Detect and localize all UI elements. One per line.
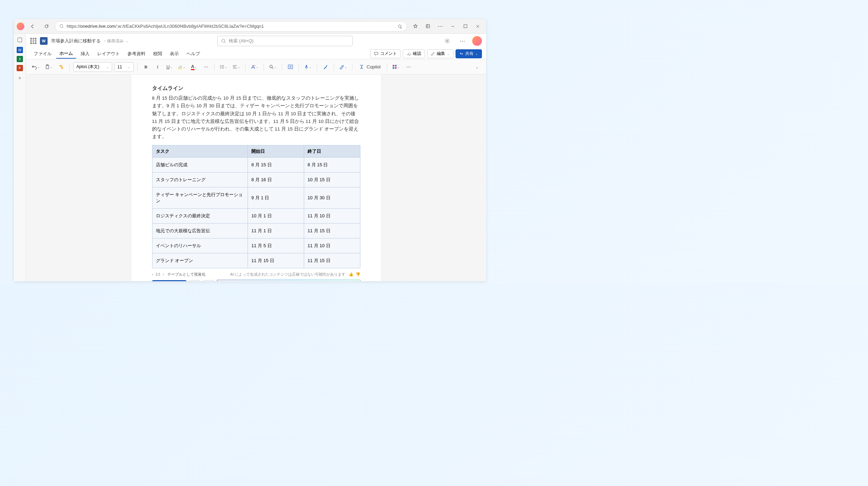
dictate-button[interactable]: ⌄ (302, 62, 313, 72)
editor-button[interactable] (320, 62, 330, 72)
bullets-button[interactable]: ⌄ (218, 62, 229, 72)
edit-button[interactable]: 編集⌄ (427, 49, 453, 58)
rail-powerpoint-icon[interactable]: P (17, 65, 23, 71)
comments-button[interactable]: コメント (370, 49, 401, 58)
align-button[interactable]: ⌄ (231, 62, 242, 72)
close-button[interactable] (472, 21, 483, 32)
thumbs-down-icon[interactable]: 👎 (356, 272, 360, 277)
table-row: イベントのリハーサル11 月 5 日11 月 10 日 (152, 238, 360, 253)
designer-button[interactable]: ⌄ (337, 62, 349, 72)
visualize-label[interactable]: テーブルとして視覚化 (167, 272, 206, 277)
reader-icon[interactable] (397, 24, 402, 29)
save-status: ・保存済み (103, 38, 124, 44)
tab-view[interactable]: 表示 (166, 49, 182, 58)
keep-button[interactable]: 保持する (152, 280, 186, 281)
table-header-end: 終了日 (304, 145, 360, 157)
table-cell: 地元での大規模な広告宣伝 (152, 223, 248, 238)
svg-rect-22 (395, 65, 397, 67)
maximize-button[interactable] (460, 21, 471, 32)
svg-rect-3 (464, 25, 467, 28)
tab-help[interactable]: ヘルプ (183, 49, 203, 58)
user-avatar[interactable] (472, 36, 482, 46)
regenerate-button[interactable] (189, 280, 200, 281)
delete-button[interactable] (203, 280, 214, 281)
table-row: 店舗ビルの完成8 月 15 日8 月 15 日 (152, 157, 360, 172)
svg-point-12 (220, 65, 221, 66)
table-cell: 8 月 15 日 (248, 157, 304, 172)
table-row: スタッフのトレーニング8 月 16 日10 月 15 日 (152, 172, 360, 187)
back-button[interactable] (27, 21, 38, 32)
title-bar: W 市場参入計画に移動する ・保存済み ⌄ 検索 (Alt+Q) ⋯ (26, 34, 486, 48)
italic-button[interactable]: I (153, 62, 162, 72)
app-rail: W X P + (14, 34, 26, 281)
underline-button[interactable]: U⌄ (165, 62, 174, 72)
rail-word-icon[interactable]: W (17, 47, 23, 53)
rail-excel-icon[interactable]: X (17, 56, 23, 62)
app-launcher-icon[interactable] (30, 38, 36, 44)
svg-rect-24 (395, 67, 397, 69)
table-cell: 10 月 30 日 (304, 187, 360, 208)
table-cell: ティザー キャンペーンと先行プロモーション (152, 187, 248, 208)
next-suggestion-icon[interactable]: › (162, 272, 164, 276)
document-canvas[interactable]: タイムライン 8 月 15 日の店舗ビルの完成から 10 月 15 日までに、徹… (26, 75, 486, 281)
font-size-select[interactable]: 11⌄ (114, 62, 134, 72)
more-commands-icon[interactable]: ⋯ (403, 62, 413, 72)
tab-references[interactable]: 参考資料 (124, 49, 149, 58)
document-title[interactable]: 市場参入計画に移動する ・保存済み ⌄ (51, 38, 128, 44)
format-painter-button[interactable] (56, 62, 66, 72)
highlight-button[interactable]: ⌄ (176, 62, 187, 72)
favorites-icon[interactable] (410, 21, 421, 32)
table-cell: 11 月 10 日 (304, 238, 360, 253)
table-cell: 11 月 15 日 (248, 253, 304, 268)
rail-add-icon[interactable]: + (16, 74, 24, 82)
thumbs-up-icon[interactable]: 👍 (349, 272, 353, 277)
font-family-select[interactable]: Aptos (本文)⌄ (73, 62, 112, 72)
table-layout-button[interactable]: ⌄ (391, 62, 401, 72)
collections-icon[interactable] (422, 21, 433, 32)
tab-layout[interactable]: レイアウト (94, 49, 123, 58)
copilot-action-row: 保持する 希望する変更変更を Copilot に伝える ➤ (152, 280, 360, 281)
more-options-icon[interactable]: ⋯ (457, 35, 468, 47)
confirm-button[interactable]: 確認 (403, 49, 425, 58)
copilot-button[interactable]: Copilot (356, 62, 383, 72)
svg-point-1 (400, 27, 402, 28)
font-color-button[interactable]: A⌄ (189, 62, 199, 72)
search-input[interactable]: 検索 (Alt+Q) (217, 36, 353, 46)
paste-button[interactable]: ⌄ (43, 62, 54, 72)
ribbon-toolbar: ⌄ ⌄ Aptos (本文)⌄ 11⌄ B I U⌄ ⌄ A⌄ ⋯ ⌄ ⌄ ⌄ … (26, 59, 486, 75)
chevron-down-icon[interactable]: ⌄ (126, 39, 128, 43)
copilot-suggestion-bar: ‹ 1/1 › テーブルとして視覚化 AI によって生成されたコンテンツは正確で… (152, 272, 360, 277)
immersive-reader-button[interactable] (285, 62, 295, 72)
tab-insert[interactable]: 挿入 (77, 49, 93, 58)
section-heading: タイムライン (152, 85, 360, 92)
share-button[interactable]: 共有⌄ (456, 49, 482, 58)
styles-button[interactable]: ⌄ (249, 62, 260, 72)
find-button[interactable]: ⌄ (267, 62, 278, 72)
ribbon-collapse-icon[interactable]: ⌄ (472, 62, 482, 72)
svg-rect-23 (393, 67, 394, 69)
rail-home-icon[interactable] (16, 36, 24, 44)
undo-button[interactable]: ⌄ (30, 62, 41, 72)
address-bar[interactable]: https://onedrive.live.com/:w:/t/EaCKkPs6… (55, 21, 407, 32)
svg-point-7 (460, 53, 461, 54)
tab-review[interactable]: 校閲 (150, 49, 166, 58)
svg-rect-9 (46, 65, 49, 69)
more-icon[interactable]: ⋯ (435, 21, 446, 32)
refresh-button[interactable] (41, 21, 52, 32)
copilot-text-input[interactable]: 希望する変更変更を Copilot に伝える ➤ (217, 280, 360, 281)
svg-point-13 (220, 67, 221, 67)
minimize-button[interactable] (447, 21, 458, 32)
table-cell: ロジスティクスの最終決定 (152, 208, 248, 223)
table-row: ティザー キャンペーンと先行プロモーション9 月 1 日10 月 30 日 (152, 187, 360, 208)
bold-button[interactable]: B (141, 62, 151, 72)
more-font-icon[interactable]: ⋯ (201, 62, 211, 72)
tab-home[interactable]: ホーム (56, 49, 76, 59)
profile-avatar[interactable] (17, 23, 24, 30)
prev-suggestion-icon[interactable]: ‹ (152, 272, 153, 276)
table-cell: 9 月 1 日 (248, 187, 304, 208)
tab-file[interactable]: ファイル (30, 49, 55, 58)
word-app-icon: W (40, 37, 48, 45)
table-cell: 11 月 15 日 (304, 253, 360, 268)
timeline-table: タスク 開始日 終了日 店舗ビルの完成8 月 15 日8 月 15 日スタッフの… (152, 145, 360, 268)
settings-icon[interactable] (442, 35, 453, 47)
